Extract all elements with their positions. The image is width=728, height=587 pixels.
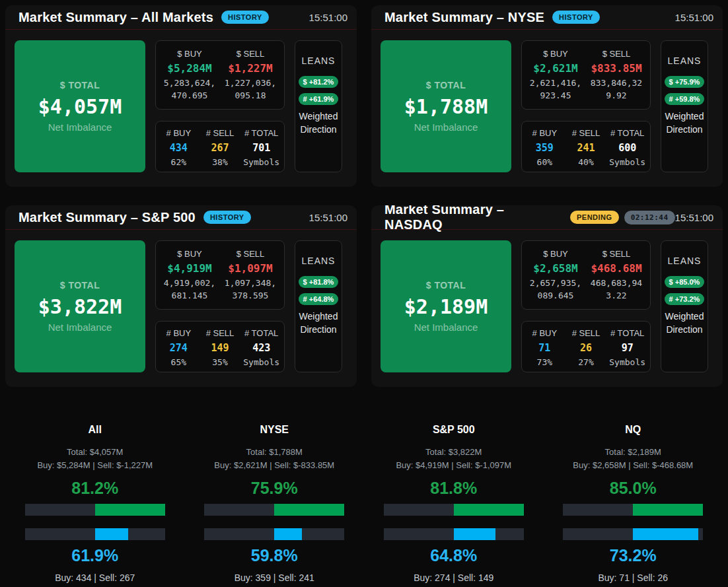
dollar-buy-value: $5,284M	[161, 62, 218, 75]
history-badge: HISTORY	[552, 11, 600, 24]
count-buy-column: # BUY 274 65%	[158, 328, 200, 365]
summary-counts-line: Buy: 274 | Sell: 149	[364, 572, 544, 583]
net-imbalance-box: $ TOTAL $2,189M Net Imbalance	[381, 240, 511, 372]
total-label: $ TOTAL	[426, 280, 466, 291]
count-lean-badge: # +59.8%	[665, 93, 705, 105]
leans-box: LEANS $ +85.0% # +73.2% Weighted Directi…	[661, 240, 708, 372]
summary-title: NQ	[544, 424, 723, 436]
total-value: $3,822M	[38, 295, 122, 318]
pending-badge: PENDING	[570, 211, 619, 224]
dollar-buy-column: $ BUY $2,621M 2,621,416,923.45	[525, 49, 586, 104]
dollar-flow-box: $ BUY $2,658M 2,657,935,089.645 $ SELL $…	[521, 240, 651, 310]
count-total-value: 97	[608, 342, 646, 354]
card-all-markets: Market Summary – All Markets HISTORY 15:…	[5, 5, 357, 187]
count-sell-value: 149	[201, 342, 239, 354]
mid-column: $ BUY $5,284M 5,283,624,470.695 $ SELL $…	[155, 40, 285, 172]
clock-time: 15:51:00	[309, 212, 347, 223]
total-label: $ TOTAL	[426, 80, 466, 90]
leans-title: LEANS	[663, 256, 706, 266]
leans-title: LEANS	[297, 55, 340, 66]
count-sell-pct: 35%	[201, 357, 239, 367]
history-badge: HISTORY	[203, 211, 251, 224]
dollar-flow-box: $ BUY $5,284M 5,283,624,470.695 $ SELL $…	[155, 40, 285, 110]
summary-buysell-line: Buy: $2,658M | Sell: $-468.68M	[544, 460, 723, 470]
summary-buysell-line: Buy: $2,621M | Sell: $-833.85M	[185, 460, 365, 470]
countdown-badge: 02:12:44	[624, 211, 675, 224]
card-header: Market Summary – NYSE HISTORY 15:51:00	[371, 5, 723, 30]
summary-title: S&P 500	[364, 424, 544, 436]
dollar-lean-bar-fill	[454, 504, 524, 516]
count-buy-label: # BUY	[526, 128, 564, 138]
dollar-buy-column: $ BUY $5,284M 5,283,624,470.695	[159, 49, 220, 104]
dollar-lean-badge: $ +81.8%	[299, 276, 339, 288]
card-title: Market Summary – All Markets	[18, 10, 213, 25]
dollar-lean-bar	[25, 504, 165, 516]
dollar-sell-column: $ SELL $468.68M 468,683,943.22	[586, 249, 647, 304]
count-buy-column: # BUY 434 62%	[158, 128, 200, 165]
dollar-sell-label: $ SELL	[588, 49, 645, 59]
leans-box: LEANS $ +81.2% # +61.9% Weighted Directi…	[295, 40, 342, 172]
count-lean-bar	[563, 528, 703, 540]
card-body: $ TOTAL $3,822M Net Imbalance $ BUY $4,9…	[5, 230, 357, 387]
summary-buysell-line: Buy: $5,284M | Sell: $-1,227M	[5, 460, 185, 470]
card-body: $ TOTAL $2,189M Net Imbalance $ BUY $2,6…	[371, 230, 723, 387]
count-buy-value: 359	[526, 142, 564, 154]
count-total-value: 600	[608, 142, 646, 154]
dollar-sell-column: $ SELL $1,227M 1,227,036,095.18	[220, 49, 281, 104]
weighted-direction-label: Weighted Direction	[664, 310, 705, 336]
clock-time: 15:51:00	[675, 212, 713, 223]
summary-title: NYSE	[185, 424, 365, 436]
count-sell-column: # SELL 267 38%	[200, 128, 241, 165]
total-value: $2,189M	[404, 295, 488, 318]
net-imbalance-label: Net Imbalance	[414, 121, 478, 133]
dollar-flow-box: $ BUY $4,919M 4,919,002,681.145 $ SELL $…	[155, 240, 285, 310]
dollar-buy-column: $ BUY $2,658M 2,657,935,089.645	[525, 249, 586, 304]
dollar-sell-full: 1,097,348,378.595	[222, 277, 279, 302]
dollar-sell-full: 468,683,943.22	[588, 277, 645, 302]
dollar-lean-badge: $ +75.9%	[665, 76, 705, 88]
card-nyse: Market Summary – NYSE HISTORY 15:51:00 $…	[371, 5, 723, 187]
card-title: Market Summary – S&P 500	[18, 210, 196, 225]
dollar-sell-full: 1,227,036,095.18	[222, 77, 279, 102]
dollar-buy-full: 2,621,416,923.45	[527, 77, 584, 102]
summary-total-line: Total: $4,057M	[5, 447, 185, 457]
card-body: $ TOTAL $1,788M Net Imbalance $ BUY $2,6…	[371, 30, 723, 187]
count-lean-bar	[204, 528, 344, 540]
dollar-lean-bar-fill	[95, 504, 165, 516]
dollar-buy-value: $2,621M	[527, 62, 584, 75]
symbols-label: Symbols	[608, 157, 646, 167]
leans-box: LEANS $ +81.8% # +64.8% Weighted Directi…	[295, 240, 342, 372]
dollar-lean-bar	[384, 504, 524, 516]
dollar-sell-label: $ SELL	[588, 249, 645, 259]
dollar-lean-bar	[563, 504, 703, 516]
dollar-buy-value: $4,919M	[161, 262, 218, 275]
dollar-lean-pct: 81.2%	[5, 479, 185, 498]
count-total-column: # TOTAL 600 Symbols	[606, 128, 648, 165]
count-sell-pct: 38%	[201, 157, 239, 167]
count-sell-value: 241	[567, 142, 605, 154]
net-imbalance-label: Net Imbalance	[414, 322, 478, 333]
symbol-count-box: # BUY 274 65% # SELL 149 35% # TOTAL 423…	[155, 321, 285, 372]
count-total-column: # TOTAL 97 Symbols	[606, 328, 648, 365]
count-total-value: 701	[242, 142, 280, 154]
summary-title: All	[5, 424, 185, 436]
dollar-lean-pct: 85.0%	[544, 479, 723, 498]
market-summary-grid: Market Summary – All Markets HISTORY 15:…	[0, 0, 728, 387]
count-sell-label: # SELL	[567, 328, 605, 338]
weighted-direction-label: Weighted Direction	[298, 110, 339, 136]
summary-counts-line: Buy: 359 | Sell: 241	[185, 572, 365, 583]
count-total-label: # TOTAL	[242, 328, 280, 338]
card-header: Market Summary – NASDAQ PENDING 02:12:44…	[371, 205, 723, 230]
count-lean-pct: 61.9%	[5, 546, 185, 565]
net-imbalance-box: $ TOTAL $3,822M Net Imbalance	[15, 240, 145, 372]
dollar-lean-bar-fill	[633, 504, 703, 516]
count-sell-column: # SELL 26 27%	[565, 328, 607, 365]
count-buy-pct: 65%	[160, 357, 198, 367]
count-total-label: # TOTAL	[242, 128, 280, 138]
dollar-sell-value: $833.85M	[588, 62, 645, 75]
dollar-buy-label: $ BUY	[161, 49, 218, 59]
leans-title: LEANS	[297, 256, 340, 266]
card-header: Market Summary – S&P 500 HISTORY 15:51:0…	[5, 205, 357, 230]
count-buy-column: # BUY 359 60%	[524, 128, 565, 165]
net-imbalance-box: $ TOTAL $1,788M Net Imbalance	[381, 40, 511, 172]
